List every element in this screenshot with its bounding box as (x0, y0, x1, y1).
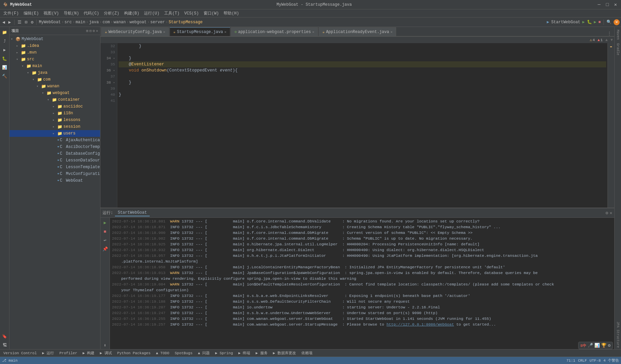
sidebar-build-icon[interactable]: 🔨 (1, 72, 9, 80)
run-btn[interactable]: ▶ (582, 20, 585, 25)
tree-item-i18n[interactable]: ▸ 📁 i18n (9, 110, 100, 117)
console-tab-active[interactable]: StartWebGoat (115, 210, 149, 216)
tree-item-main[interactable]: ▾ 📁 main (9, 63, 100, 69)
menu-edit[interactable]: 编辑(E) (22, 10, 41, 17)
breadcrumb-com[interactable]: com (102, 20, 110, 25)
run-with-coverage[interactable]: ▶ (594, 20, 596, 25)
tab-close-1[interactable]: ✕ (163, 30, 165, 34)
tree-item-webgoat[interactable]: ▾ 📁 webgoat (9, 90, 100, 96)
search-everywhere[interactable]: 🔍 (607, 20, 612, 25)
console-stop-icon[interactable]: ■ (101, 228, 109, 235)
btn-python[interactable]: Python Packages (115, 351, 153, 356)
btn-problems[interactable]: ▲ 问题 (196, 350, 212, 356)
tree-item-dbconfig[interactable]: ● C DatabaseConfiguration (9, 150, 100, 157)
tree-item-src[interactable]: ▾ 📁 src (9, 56, 100, 63)
tab-websecurity[interactable]: ☕ WebSecurityConfig.java ✕ (101, 27, 169, 36)
menu-run[interactable]: 运行(U) (142, 10, 161, 17)
tree-item-asciidoc[interactable]: ▸ 📁 asciidoc (9, 103, 100, 110)
status-crlf[interactable]: CRLF (578, 359, 587, 363)
tree-item-mywebgoat[interactable]: ▾ 📦 MyWebGoat (9, 36, 100, 42)
tree-item-idea[interactable]: ▸ 📁 .idea (9, 42, 100, 49)
code-text-area[interactable]: } } @EventListener void onShutdown(Conte… (117, 43, 608, 208)
right-sidebar-jpa[interactable]: JPA Structure (616, 320, 620, 349)
menu-tools[interactable]: 工具(T) (162, 10, 182, 17)
tree-item-ajax[interactable]: ● C AjaxAuthenticationEntryPoint (9, 137, 100, 144)
menu-view[interactable]: 视图(V) (41, 10, 61, 17)
sidebar-commit-icon[interactable]: ⤴ (1, 37, 9, 45)
console-pin-icon[interactable]: 📌 (101, 245, 109, 253)
minimize-btn[interactable]: ─ (596, 2, 602, 7)
sidebar-bookmark-icon[interactable]: 🔖 (1, 332, 9, 340)
console-rerun-icon[interactable]: ▶ (101, 219, 109, 226)
nav-down-icon[interactable]: ▼ (611, 38, 613, 42)
tree-item-lessontemplate[interactable]: ● C LessonTemplateResolver (9, 164, 100, 171)
tab-close-4[interactable]: ✕ (390, 30, 392, 34)
run-config-label[interactable]: StartWebGoat (551, 20, 580, 25)
tab-appready[interactable]: ☕ ApplicationReadyEvent.java ✕ (319, 27, 396, 36)
menu-help[interactable]: 帮助(H) (221, 10, 241, 17)
line-34[interactable]: 34 ▾ (100, 55, 117, 61)
tree-item-mvcconfig[interactable]: ● C MvcConfiguration (9, 171, 100, 177)
nav-structure[interactable]: ☰ (17, 19, 23, 26)
breadcrumb-current[interactable]: StartupMessage (169, 20, 203, 25)
btn-services[interactable]: ▶ 服务 (254, 350, 269, 356)
menu-vcs[interactable]: VCS(S) (182, 10, 201, 17)
btn-run[interactable]: ▶ 运行 (40, 350, 56, 356)
maximize-btn[interactable]: □ (604, 2, 610, 7)
nav-back[interactable]: ◀ (1, 19, 6, 26)
btn-spotbugs[interactable]: SpotBugs (173, 351, 195, 356)
btn-version-control[interactable]: Version Control (1, 351, 39, 356)
tree-item-wanan[interactable]: ▾ 📁 wanan (9, 83, 100, 90)
tab-close-2[interactable]: ✕ (225, 30, 227, 34)
webgoat-link[interactable]: http://127.0.0.1:8080/WebGoat (386, 322, 454, 327)
breadcrumb-main[interactable]: main (76, 20, 85, 25)
stop-btn[interactable]: ■ (598, 20, 601, 25)
breadcrumb-project[interactable]: MyWebGoat (39, 20, 61, 25)
right-sidebar-maven[interactable]: Maven (616, 28, 620, 41)
menu-window[interactable]: 窗口(W) (202, 10, 221, 17)
breadcrumb-src[interactable]: src (64, 20, 72, 25)
tree-item-session[interactable]: ▸ 📁 session (9, 123, 100, 130)
console-log-area[interactable]: 2022-07-14 16:36:18.801 WARN 13732 --- [… (110, 218, 614, 349)
nav-align[interactable]: ⊟ (24, 19, 29, 26)
btn-profiler[interactable]: Profiler (57, 351, 79, 356)
debug-btn[interactable]: 🐛 (587, 20, 592, 25)
tree-item-java[interactable]: ▾ 📁 java (9, 69, 100, 76)
menu-code[interactable]: 代码(C) (82, 10, 101, 17)
tab-close-3[interactable]: ✕ (312, 30, 314, 34)
breadcrumb-wanan[interactable]: wanan (114, 20, 126, 25)
breadcrumb-webgoat[interactable]: webgoat (129, 20, 146, 25)
console-scroll-end-icon[interactable]: ⬇ (101, 342, 109, 349)
sidebar-profiler-icon[interactable]: 📊 (1, 63, 9, 71)
status-encoding[interactable]: UTF-8 (590, 359, 601, 363)
right-sidebar-gradle[interactable]: Gradle (616, 42, 620, 57)
close-btn[interactable]: ✕ (613, 2, 618, 7)
sidebar-project-icon[interactable]: 📁 (1, 28, 9, 36)
tab-properties[interactable]: ⚙ application-webgoat.properties ✕ (231, 27, 318, 36)
console-close-icon[interactable]: ✕ (610, 210, 612, 216)
tree-item-mvn[interactable]: ▸ 📁 .mvn (9, 49, 100, 56)
tree-item-com[interactable]: ▾ 📁 com (9, 76, 100, 83)
panel-close-icon[interactable]: ✕ (96, 29, 98, 33)
tree-item-container[interactable]: ▾ 📁 container (9, 96, 100, 103)
panel-settings-icon[interactable]: ⚙ (93, 29, 95, 33)
menu-navigate[interactable]: 导航(N) (62, 10, 81, 17)
btn-terminal[interactable]: ▶ 终端 (236, 350, 252, 356)
sidebar-debug-icon[interactable]: 🐛 (1, 55, 9, 63)
tree-item-lessons[interactable]: ▸ 📁 lessons (9, 117, 100, 123)
menu-analyze[interactable]: 分析(Z) (102, 10, 121, 17)
nav-up-icon[interactable]: ▲ (605, 38, 608, 42)
btn-todo[interactable]: ▲ TODO (154, 351, 172, 356)
sidebar-structure-icon[interactable]: 🏗 (1, 341, 9, 349)
btn-dependencies[interactable]: 依赖项 (299, 350, 315, 356)
sidebar-run-icon[interactable]: ▶ (1, 46, 9, 54)
panel-expand-icon[interactable]: ⊞ (86, 29, 89, 33)
tree-item-webgoat-class[interactable]: ● C WebGoat (9, 177, 100, 184)
status-git[interactable]: ⎇ main (2, 358, 18, 363)
console-restore-icon[interactable]: ↩ (101, 237, 109, 244)
console-settings-icon[interactable]: ⚙ (605, 210, 608, 216)
tab-more-btn[interactable]: ⋮ (605, 31, 614, 36)
tab-startup[interactable]: ☕ StartupMessage.java ✕ (170, 27, 230, 36)
btn-debug[interactable]: ▶ 调试 (98, 350, 114, 356)
panel-collapse-icon[interactable]: ⊟ (89, 29, 92, 33)
